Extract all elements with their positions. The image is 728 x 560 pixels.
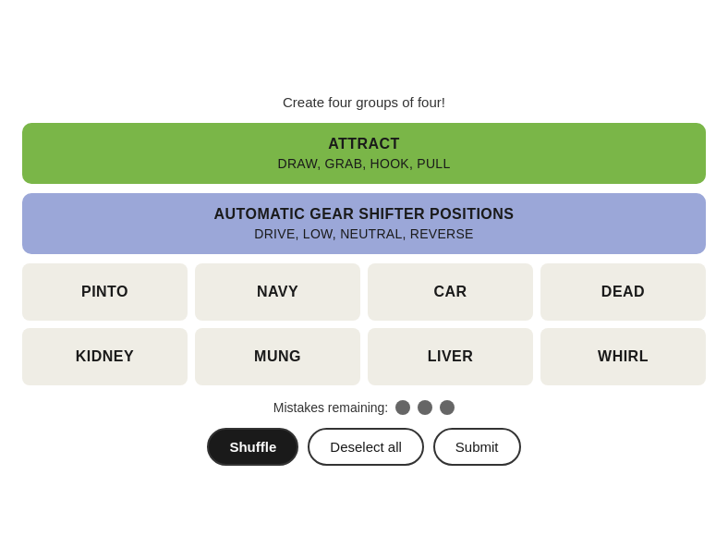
word-card-pinto[interactable]: PINTO [22, 263, 188, 321]
mistake-dot-2 [418, 400, 432, 415]
submit-button[interactable]: Submit [433, 428, 521, 466]
solved-card-gear-words: DRIVE, LOW, NEUTRAL, REVERSE [41, 226, 687, 241]
solved-card-attract-words: DRAW, GRAB, HOOK, PULL [41, 156, 687, 171]
mistakes-label: Mistakes remaining: [273, 400, 389, 415]
mistakes-row: Mistakes remaining: [273, 400, 455, 415]
word-card-navy[interactable]: NAVY [195, 263, 360, 321]
word-card-mung[interactable]: MUNG [195, 328, 360, 385]
action-buttons: Shuffle Deselect all Submit [207, 428, 520, 466]
mistake-dot-1 [395, 400, 410, 415]
word-card-kidney[interactable]: KIDNEY [22, 328, 188, 385]
word-card-whirl[interactable]: WHIRL [540, 328, 706, 385]
mistake-dot-3 [440, 400, 455, 415]
subtitle: Create four groups of four! [283, 94, 445, 110]
solved-card-attract: ATTRACT DRAW, GRAB, HOOK, PULL [22, 123, 706, 184]
word-card-dead[interactable]: DEAD [540, 263, 706, 321]
word-card-liver[interactable]: LIVER [368, 328, 533, 385]
game-container: Create four groups of four! ATTRACT DRAW… [22, 94, 706, 466]
solved-card-attract-title: ATTRACT [41, 136, 687, 152]
solved-card-gear-title: AUTOMATIC GEAR SHIFTER POSITIONS [41, 206, 687, 223]
word-card-car[interactable]: CAR [368, 263, 533, 321]
word-grid: PINTO NAVY CAR DEAD KIDNEY MUNG LIVER WH… [22, 263, 706, 385]
deselect-all-button[interactable]: Deselect all [308, 428, 424, 466]
solved-card-gear: AUTOMATIC GEAR SHIFTER POSITIONS DRIVE, … [22, 193, 706, 254]
shuffle-button[interactable]: Shuffle [207, 428, 298, 466]
